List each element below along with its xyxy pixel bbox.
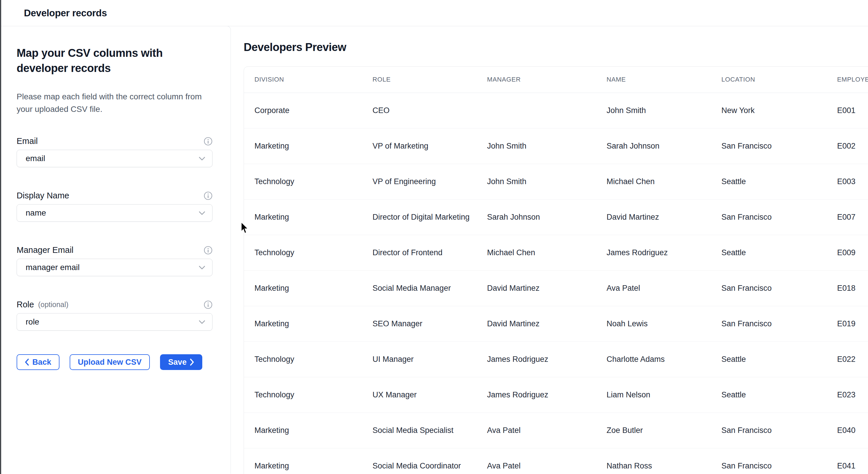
upload-new-csv-button[interactable]: Upload New CSV	[70, 354, 150, 370]
cell-name: Liam Nelson	[596, 377, 711, 413]
cell-location: Seattle	[711, 342, 827, 377]
table-row: TechnologyVP of EngineeringJohn SmithMic…	[244, 164, 868, 199]
manager-email-field: Manager Email manager email	[17, 245, 213, 276]
cell-role: SEO Manager	[362, 306, 476, 342]
display-name-select-value: name	[26, 208, 46, 218]
display-name-label: Display Name	[17, 191, 69, 200]
table-header-row: DIVISIONROLEMANAGERNAMELOCATIONEMPLOYEE …	[244, 67, 868, 93]
cell-manager	[476, 93, 596, 128]
cell-manager: John Smith	[476, 128, 596, 164]
table-body: CorporateCEOJohn SmithNew YorkE001Market…	[244, 93, 868, 474]
cell-location: New York	[711, 93, 827, 128]
cell-location: Seattle	[711, 164, 827, 199]
chevron-down-icon	[199, 211, 205, 215]
cell-division: Technology	[244, 342, 362, 377]
back-button[interactable]: Back	[17, 354, 59, 370]
info-icon[interactable]	[204, 137, 213, 146]
table-row: MarketingSocial Media CoordinatorAva Pat…	[244, 448, 868, 474]
panel-actions: Back Upload New CSV Save	[17, 354, 230, 370]
cell-name: Nathan Ross	[596, 448, 711, 474]
cell-name: Michael Chen	[596, 164, 711, 199]
role-optional-tag: (optional)	[38, 301, 68, 309]
cell-manager: James Rodriguez	[476, 342, 596, 377]
cell-employee-id: E003	[827, 164, 868, 199]
cell-location: San Francisco	[711, 448, 827, 474]
role-select-value: role	[26, 317, 39, 326]
display-name-select[interactable]: name	[17, 204, 213, 222]
info-icon[interactable]	[204, 301, 213, 309]
upload-new-csv-label: Upload New CSV	[78, 358, 142, 367]
cell-name: James Rodriguez	[596, 235, 711, 271]
email-select-value: email	[26, 154, 45, 163]
table-row: TechnologyUX ManagerJames RodriguezLiam …	[244, 377, 868, 413]
cell-division: Marketing	[244, 306, 362, 342]
cell-employee-id: E009	[827, 235, 868, 271]
cell-name: Charlotte Adams	[596, 342, 711, 377]
cell-manager: James Rodriguez	[476, 377, 596, 413]
cell-location: Seattle	[711, 377, 827, 413]
email-select[interactable]: email	[17, 150, 213, 167]
cell-employee-id: E040	[827, 413, 868, 448]
cell-division: Marketing	[244, 413, 362, 448]
role-field: Role (optional) role	[17, 300, 213, 331]
chevron-down-icon	[199, 320, 205, 324]
info-icon[interactable]	[204, 191, 213, 200]
cell-location: San Francisco	[711, 271, 827, 306]
cell-location: Seattle	[711, 235, 827, 271]
manager-email-select[interactable]: manager email	[17, 259, 213, 276]
cell-manager: David Martinez	[476, 271, 596, 306]
cell-role: Social Media Coordinator	[362, 448, 476, 474]
developers-preview-section: Developers Preview DIVISIONROLEMANAGERNA…	[231, 26, 868, 474]
chevron-right-icon	[190, 359, 194, 366]
email-field: Email email	[17, 136, 213, 167]
email-label: Email	[17, 136, 38, 146]
back-button-label: Back	[32, 358, 51, 367]
page-title: Developer records	[24, 7, 107, 19]
content: Map your CSV columns with developer reco…	[0, 26, 868, 474]
panel-heading: Map your CSV columns with developer reco…	[17, 45, 194, 76]
cell-role: Social Media Specialist	[362, 413, 476, 448]
role-label: Role	[17, 300, 34, 309]
cell-role: VP of Engineering	[362, 164, 476, 199]
table-row: MarketingDirector of Digital MarketingSa…	[244, 199, 868, 235]
manager-email-select-value: manager email	[26, 263, 80, 272]
cell-role: Director of Frontend	[362, 235, 476, 271]
table-row: MarketingSocial Media SpecialistAva Pate…	[244, 413, 868, 448]
column-header-role: ROLE	[362, 67, 476, 93]
cell-name: Zoe Butler	[596, 413, 711, 448]
cell-employee-id: E023	[827, 377, 868, 413]
cell-manager: Sarah Johnson	[476, 199, 596, 235]
panel-description: Please map each field with the correct c…	[17, 90, 208, 115]
cell-name: Noah Lewis	[596, 306, 711, 342]
mapping-fields: Email email Display Name name	[17, 136, 230, 331]
cell-name: Ava Patel	[596, 271, 711, 306]
display-name-field: Display Name name	[17, 191, 213, 222]
cell-employee-id: E018	[827, 271, 868, 306]
table-row: MarketingVP of MarketingJohn SmithSarah …	[244, 128, 868, 164]
cell-employee-id: E001	[827, 93, 868, 128]
save-button[interactable]: Save	[160, 354, 202, 370]
column-header-manager: MANAGER	[476, 67, 596, 93]
cell-employee-id: E041	[827, 448, 868, 474]
chevron-down-icon	[199, 157, 205, 160]
cell-role: UI Manager	[362, 342, 476, 377]
cell-manager: Michael Chen	[476, 235, 596, 271]
cell-division: Marketing	[244, 271, 362, 306]
cell-manager: Ava Patel	[476, 448, 596, 474]
cell-division: Technology	[244, 164, 362, 199]
info-icon[interactable]	[204, 246, 213, 255]
cell-role: Director of Digital Marketing	[362, 199, 476, 235]
role-select[interactable]: role	[17, 313, 213, 331]
column-header-name: NAME	[596, 67, 711, 93]
cell-role: CEO	[362, 93, 476, 128]
cell-name: David Martinez	[596, 199, 711, 235]
cell-division: Technology	[244, 377, 362, 413]
cell-employee-id: E022	[827, 342, 868, 377]
window-left-edge	[0, 0, 1, 474]
preview-title: Developers Preview	[244, 41, 868, 54]
cell-role: Social Media Manager	[362, 271, 476, 306]
cell-manager: John Smith	[476, 164, 596, 199]
cell-division: Marketing	[244, 199, 362, 235]
table-row: TechnologyDirector of FrontendMichael Ch…	[244, 235, 868, 271]
table-row: MarketingSocial Media ManagerDavid Marti…	[244, 271, 868, 306]
